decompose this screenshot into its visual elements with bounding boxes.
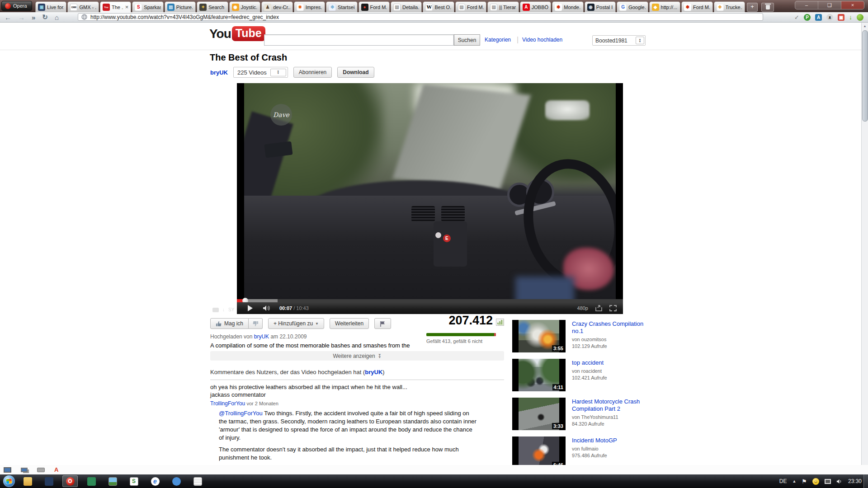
app-shortcut-icon[interactable]: A: [54, 466, 58, 473]
tab-impressum[interactable]: ✸Impres...: [294, 1, 325, 12]
back-icon[interactable]: ←: [5, 14, 11, 21]
related-video-title[interactable]: Crazy Crashes Compilation no.1: [572, 320, 653, 335]
uploader-link[interactable]: bryUK: [365, 369, 382, 375]
show-more-bar[interactable]: Weitere anzeigen▼▼: [210, 351, 504, 361]
upload-video-link[interactable]: Video hochladen: [522, 37, 562, 43]
maximize-button[interactable]: ❑: [818, 1, 841, 9]
tab-close-icon[interactable]: ×: [125, 4, 129, 10]
taskbar-app-dark[interactable]: [41, 475, 57, 487]
taskbar-opera-active[interactable]: O: [62, 475, 78, 487]
tab-ford-2[interactable]: ▤Ford M...: [455, 1, 486, 12]
taskbar-notepad[interactable]: [190, 475, 205, 487]
tab-youtube-active[interactable]: YouThe ...×: [100, 1, 131, 12]
related-video-title[interactable]: Incidenti MotoGP: [572, 437, 708, 444]
dislike-button[interactable]: [249, 318, 263, 329]
video-thumbnail[interactable]: 4:11: [512, 359, 566, 391]
like-button[interactable]: Mag ich: [210, 318, 249, 329]
tab-ford-1[interactable]: ●Ford M...: [359, 1, 390, 12]
taskbar-photo-viewer[interactable]: [105, 475, 120, 487]
search-input[interactable]: [264, 34, 454, 46]
related-video-title[interactable]: Hardest Motorcycle Crash Compilation Par…: [572, 398, 658, 413]
video-thumbnail[interactable]: 6:46: [512, 436, 566, 465]
video-viewport[interactable]: E Dave: [237, 83, 623, 299]
mention-link[interactable]: @TrollingForYou: [219, 410, 263, 417]
tab-sparkasse[interactable]: SSparkas...: [132, 1, 163, 12]
translate-extension-icon[interactable]: A: [815, 14, 822, 21]
video-thumbnail[interactable]: 3:55: [512, 320, 566, 352]
tab-http[interactable]: ◆http://...: [649, 1, 680, 12]
tab-live-for[interactable]: ▣Live for...: [35, 1, 66, 12]
statistics-icon[interactable]: [496, 319, 504, 326]
download-button[interactable]: Download: [337, 67, 374, 78]
tab-jobboerse[interactable]: AJOBBÖ...: [520, 1, 551, 12]
page-scrollbar[interactable]: ▲ ▼: [861, 23, 868, 474]
related-video-item[interactable]: 4:11 top accident von roacident102.421 A…: [512, 359, 711, 396]
tab-picture[interactable]: ▨Picture...: [165, 1, 196, 12]
tab-trucker[interactable]: ❖Trucke...: [714, 1, 745, 12]
channel-videos-dropdown[interactable]: 225 Videos ▼▼: [233, 67, 288, 78]
closed-tabs-trash-button[interactable]: [761, 3, 774, 12]
note-flag-icon[interactable]: ✓: [794, 14, 799, 21]
subscribe-button[interactable]: Abonnieren: [293, 67, 332, 78]
network-tray-icon[interactable]: [825, 479, 831, 484]
taskbar-browser-e[interactable]: e: [147, 475, 163, 487]
tab-gmx[interactable]: GMXGMX - ...: [67, 1, 99, 12]
channel-link[interactable]: bryUK: [210, 69, 228, 76]
categories-link[interactable]: Kategorien: [485, 37, 511, 43]
forward-icon[interactable]: →: [18, 14, 25, 21]
language-indicator[interactable]: DE: [779, 478, 787, 484]
start-button[interactable]: [3, 475, 15, 487]
home-icon[interactable]: ⌂: [55, 14, 59, 21]
add-to-button[interactable]: + Hinzufügen zu▼: [268, 318, 324, 329]
usb-icon[interactable]: [37, 468, 45, 472]
clock[interactable]: 23:30: [848, 478, 862, 484]
account-dropdown[interactable]: Boosted1981 ▼▼: [592, 35, 646, 46]
tab-joystick[interactable]: ◉Joystic...: [229, 1, 260, 12]
reload-icon[interactable]: ↻: [42, 13, 48, 21]
taskbar-app-blue[interactable]: [169, 475, 184, 487]
volume-button[interactable]: [263, 305, 270, 311]
tab-wikipedia[interactable]: WBest O...: [423, 1, 454, 12]
quality-badge[interactable]: 480p: [577, 305, 588, 311]
related-video-item[interactable]: 3:55 Crazy Crashes Compilation no.1 von …: [512, 320, 711, 357]
tab-search[interactable]: ✦Search ...: [197, 1, 228, 12]
tab-google[interactable]: GGoogle...: [617, 1, 648, 12]
monitor-icon[interactable]: [4, 467, 11, 473]
panda-extension-icon[interactable]: ᴥ: [826, 14, 833, 21]
close-button[interactable]: ×: [841, 1, 864, 9]
messenger-smiley-icon[interactable]: ☺: [812, 478, 819, 485]
show-desktop-button[interactable]: [863, 474, 868, 488]
related-video-title[interactable]: top accident: [572, 359, 708, 366]
taskbar-explorer[interactable]: [20, 475, 35, 487]
taskbar-app-s[interactable]: S: [126, 475, 142, 487]
video-thumbnail[interactable]: 3:33: [512, 398, 566, 430]
address-bar[interactable]: http://www.youtube.com/watch?v=43V4I43oG…: [78, 13, 763, 21]
tray-expand-icon[interactable]: ▲: [792, 479, 796, 483]
extension-orb-icon[interactable]: [857, 14, 863, 21]
tab-dev[interactable]: ♟dev-Cr...: [261, 1, 292, 12]
fullscreen-icon[interactable]: [609, 305, 617, 311]
volume-tray-icon[interactable]: [836, 479, 843, 484]
tab-mondeo-1[interactable]: ✱Monde...: [552, 1, 583, 12]
parking-extension-icon[interactable]: P: [804, 14, 811, 21]
flag-button[interactable]: [374, 318, 391, 329]
fast-forward-icon[interactable]: »: [32, 14, 35, 21]
download-arrow-icon[interactable]: ↓: [849, 14, 852, 21]
related-video-item[interactable]: 6:46 Incidenti MotoGP von fullmaio975.48…: [512, 436, 711, 465]
share-button[interactable]: Weiterleiten: [330, 318, 369, 329]
scrollbar-thumb[interactable]: [862, 30, 868, 122]
tab-ford-3[interactable]: ✱Ford M...: [681, 1, 712, 12]
opera-menu-button[interactable]: Opera: [1, 1, 32, 11]
search-button[interactable]: Suchen: [454, 34, 480, 46]
play-button[interactable]: [248, 305, 253, 311]
tab-startseite[interactable]: ✻Startsei...: [326, 1, 357, 12]
tab-steam[interactable]: ◉Postal I...: [585, 1, 616, 12]
minimize-button[interactable]: –: [795, 1, 818, 9]
network-monitors-icon[interactable]: [21, 468, 28, 472]
seek-bar[interactable]: [237, 299, 623, 302]
comment-author-link[interactable]: TrollingForYou: [210, 400, 245, 407]
taskbar-app-green[interactable]: [84, 475, 99, 487]
camera-extension-icon[interactable]: ▣: [838, 14, 844, 21]
popout-icon[interactable]: [595, 305, 602, 311]
youtube-logo[interactable]: You Tube: [209, 26, 265, 41]
